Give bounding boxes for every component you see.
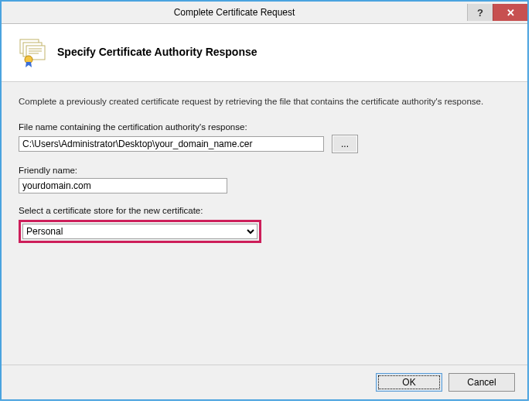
cert-store-select[interactable]: Personal xyxy=(22,224,257,239)
dialog-window: Complete Certificate Request ? ✕ Specify… xyxy=(0,0,529,401)
title-bar: Complete Certificate Request ? ✕ xyxy=(2,2,527,24)
wizard-header: Specify Certificate Authority Response xyxy=(2,24,527,82)
file-name-input[interactable] xyxy=(19,136,324,152)
cert-store-highlight: Personal xyxy=(19,220,261,243)
description-text: Complete a previously created certificat… xyxy=(19,96,498,108)
certificate-icon xyxy=(15,36,46,67)
ok-button[interactable]: OK xyxy=(376,373,442,392)
help-button[interactable]: ? xyxy=(467,4,493,21)
file-name-label: File name containing the certification a… xyxy=(19,122,510,132)
cert-store-label: Select a certificate store for the new c… xyxy=(19,206,510,215)
page-heading: Specify Certificate Authority Response xyxy=(57,46,257,58)
cancel-button[interactable]: Cancel xyxy=(448,373,515,392)
dialog-content: Complete a previously created certificat… xyxy=(2,82,527,365)
friendly-name-label: Friendly name: xyxy=(19,166,510,175)
friendly-name-input[interactable] xyxy=(19,178,227,193)
window-title: Complete Certificate Request xyxy=(2,7,467,18)
button-bar: OK Cancel xyxy=(2,365,527,399)
browse-button[interactable]: ... xyxy=(332,135,358,153)
close-button[interactable]: ✕ xyxy=(493,4,527,21)
